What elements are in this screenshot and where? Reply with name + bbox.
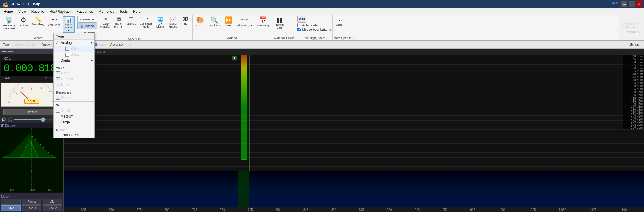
dbm-line-22	[64, 157, 644, 158]
peaks-button[interactable]: ∧ Peaks ▼	[77, 16, 97, 23]
windowing-button[interactable]: 〰 Windowing ▼	[235, 16, 254, 28]
accuracy-section: Accuracy Best	[109, 43, 133, 46]
menu-receive[interactable]: Receive	[29, 9, 46, 14]
freq-875: 875	[359, 208, 364, 211]
svg-text:-: -	[7, 104, 8, 106]
grid-v-8	[296, 55, 296, 171]
dbm-line-12	[64, 111, 644, 111]
menu-help[interactable]: Help	[131, 9, 143, 14]
smoothing-button[interactable]: 〜 Smoothing	[46, 16, 62, 27]
volume-slider[interactable]	[14, 119, 57, 120]
frequency-icon: 〜	[622, 29, 625, 33]
left-tuning-line	[232, 55, 232, 171]
digital-menu-item[interactable]: Digital	[54, 57, 94, 63]
am-mode-button[interactable]: AM	[43, 199, 62, 205]
options-button[interactable]: ⚙ Options	[17, 16, 30, 28]
shaded-button[interactable]: ▦ Shaded	[77, 23, 97, 29]
frequency-database-button[interactable]: 📡 FrequencyDatabase	[1, 16, 17, 31]
analog-type-button[interactable]: Analog▶	[11, 42, 24, 47]
colour-button[interactable]: 🎨 Colour	[194, 16, 206, 28]
signal-meter-button[interactable]: 📊 SignalMeter ▼	[63, 16, 75, 33]
auto-centre-checkbox[interactable]	[297, 23, 301, 27]
select-area: Select	[628, 43, 643, 47]
close-button[interactable]: ✕	[636, 1, 642, 7]
divider-4	[54, 126, 94, 126]
tuning-bars-button[interactable]: ▮▮ TuningBars	[274, 16, 285, 30]
continuum-mode-button[interactable]: 〰 ContinuumMode	[138, 16, 154, 29]
spectrum-display[interactable]: 1 -40 dBm -45 dBm -50 dBm -55 dBm -60 dB…	[64, 55, 644, 171]
signal-history-button[interactable]: 📈 SignalHistory	[167, 16, 179, 29]
statistics-item[interactable]: Σ Statistics	[622, 25, 642, 29]
menu-home[interactable]: Home	[1, 9, 15, 14]
svg-text:5: 5	[22, 86, 24, 89]
select-icon: ···	[337, 17, 342, 23]
scale-button[interactable]: 📏 Smoothing	[30, 16, 46, 27]
cwu-mode-button[interactable]: CW-U	[22, 205, 41, 211]
audio-waterfall-icon: ≋	[103, 17, 107, 22]
noise-menu-item[interactable]: ✓ Noise	[54, 82, 94, 88]
title-bar-left: 📻 SDR# - SDRSharp	[2, 1, 40, 7]
receivers-show-item[interactable]: Show	[93, 43, 105, 46]
medium-size-item[interactable]: Medium	[54, 113, 94, 119]
app-logo-icon: 📻	[2, 1, 8, 7]
peak-menu-item[interactable]: ✓ Peak	[54, 70, 94, 76]
grid-v-3	[151, 55, 151, 171]
dbm-line-6	[64, 83, 644, 83]
divider-1	[54, 64, 94, 64]
sam-mode-button[interactable]: SAM	[1, 205, 21, 211]
headphone-icon[interactable]: 🎧	[7, 117, 12, 122]
dots-mode-button[interactable]: ···	[1, 199, 21, 205]
speed-button[interactable]: ⏩ Speed	[223, 16, 235, 28]
menu-tools[interactable]: Tools	[117, 9, 130, 14]
title-bar-controls: Style — □ ✕	[611, 1, 642, 7]
mouse-over-buttons-checkbox[interactable]	[297, 28, 301, 31]
grid-v-2	[122, 55, 122, 171]
speaker-icon[interactable]: 🔊	[1, 117, 6, 122]
menu-bar: Home View Receive Rec/Playback Favourite…	[0, 8, 644, 15]
ribbon-waterfall-extras-buttons: ▮▮ TuningBars	[274, 15, 294, 36]
menu-view[interactable]: View	[16, 9, 28, 14]
frequency-item[interactable]: 〜 Frequency	[622, 29, 642, 33]
resolution-button[interactable]: 🔍 Resolution	[206, 16, 222, 28]
clock-item[interactable]: 🕐 Clock ▼	[622, 22, 642, 25]
options-icon: ⚙	[20, 17, 26, 23]
transparent-item[interactable]: Transparent	[54, 132, 94, 138]
large-size-item[interactable]: Large	[54, 119, 94, 125]
ribbon-group-more-options: ··· Select More Options...	[333, 15, 355, 40]
band-plan-button[interactable]: ▤ BandPlan ▼	[113, 16, 124, 29]
noise-checkbox-icon: ✓	[56, 83, 60, 87]
dropdown-menu: Type ✓ Analog ✓ Select Show Digital Valu…	[53, 33, 95, 138]
grid-v-15	[499, 55, 499, 171]
rds-button[interactable]: RDS	[297, 16, 306, 23]
svg-rect-23	[238, 171, 249, 207]
menu-favourites[interactable]: Favourites	[74, 9, 96, 14]
step-mode-button[interactable]: Step ≡	[22, 199, 41, 205]
menu-memories[interactable]: Memories	[96, 9, 117, 14]
analog-menu-item[interactable]: ✓ Analog	[54, 40, 94, 46]
select-menu-item[interactable]: ✓ Select	[54, 46, 94, 52]
freq-775: 775	[248, 208, 253, 211]
divider-3	[54, 101, 94, 102]
show-menu-item[interactable]: Show	[54, 52, 94, 57]
mode-row-1: ··· Step ≡ AM	[1, 199, 62, 205]
bcfm-mode-button[interactable]: BC-FM	[43, 205, 62, 211]
audio-waterfall-button[interactable]: ≋ AudioWaterfall	[99, 16, 112, 29]
markers-button[interactable]: ⊤ Markers	[125, 16, 138, 26]
default-button[interactable]: Default	[3, 109, 60, 115]
maximize-button[interactable]: □	[629, 1, 635, 7]
minimize-button[interactable]: —	[621, 1, 627, 7]
current-menu-item[interactable]: ✓ Current	[54, 76, 94, 82]
small-size-item[interactable]: ✓ Small	[54, 107, 94, 113]
ribbon-waterfall-buttons: 🎨 Colour 🔍 Resolution ⏩ Speed 〰 Windowin…	[194, 15, 271, 36]
dbm-line-5	[64, 78, 644, 78]
menu-rec-playback[interactable]: Rec/Playback	[47, 9, 73, 14]
receivers-checkbox-icon: ✓	[56, 96, 60, 100]
select-button[interactable]: ··· Select	[334, 16, 346, 27]
digital-type-button[interactable]: Digital▶	[25, 42, 37, 47]
receivers-show-menu-item[interactable]: ✓ Show	[54, 95, 94, 101]
dx-cluster-button[interactable]: 🌐 DXCluster	[155, 16, 166, 29]
ribbon-lhz-buttons: RDS Auto centre Mouse-over buttons	[297, 15, 331, 36]
3d-button[interactable]: 3D 3D	[179, 16, 191, 26]
timestamp-button[interactable]: 📅 Timestamp	[255, 16, 271, 28]
best-accuracy-item[interactable]: Best	[125, 43, 131, 46]
